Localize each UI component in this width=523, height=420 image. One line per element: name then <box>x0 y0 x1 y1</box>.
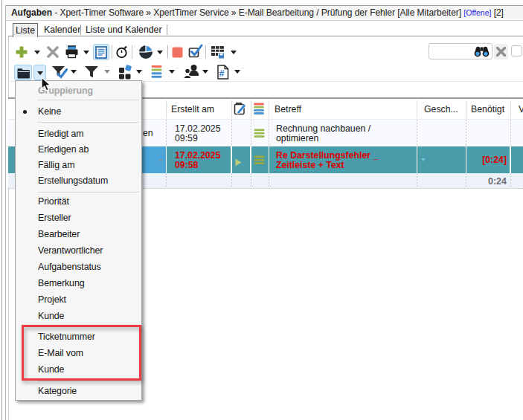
add-task-dropdown-arrow[interactable] <box>34 51 40 54</box>
filter-active-dropdown-arrow[interactable] <box>71 70 77 74</box>
toolbar-separator <box>132 45 132 59</box>
title-filter-status: [Offene] <box>463 8 491 17</box>
project-cell-fragment: en <box>143 128 153 138</box>
tab-liste-und-kalender[interactable]: Liste und Kalender <box>86 23 162 36</box>
filter-icon <box>84 65 99 79</box>
column-resize-handle[interactable] <box>466 100 466 118</box>
title-path: - Xpert-Timer Software » XpertTimer Serv… <box>52 7 463 18</box>
column-header-note-icon[interactable] <box>234 102 246 119</box>
column-resize-handle[interactable] <box>251 100 251 118</box>
menu-item-keine[interactable]: Keine <box>38 106 61 118</box>
column-resize-handle[interactable] <box>231 100 232 118</box>
window-title-bar: Aufgaben - Xpert-Timer Software » XpertT… <box>6 5 523 21</box>
timer-button[interactable] <box>115 45 129 62</box>
tab-kalender[interactable]: Kalender <box>44 23 80 36</box>
column-resize-handle[interactable] <box>510 100 511 118</box>
ticket-number-button[interactable]: # <box>216 65 229 83</box>
menu-item-erledigt-am[interactable]: Erledigt am <box>38 128 84 140</box>
squares-group-icon <box>118 64 132 80</box>
menu-item-aufgabenstatus[interactable]: Aufgabenstatus <box>38 261 101 274</box>
menu-item-kategorie[interactable]: Kategorie <box>38 385 77 398</box>
tab-separator <box>167 25 167 35</box>
toolbar-separator <box>112 45 112 59</box>
search-option-checkbox[interactable] <box>511 45 522 56</box>
export-grid-button[interactable] <box>211 45 225 62</box>
window-border-left <box>1 0 2 420</box>
menu-item-erstellungsdatum[interactable]: Erstellungsdatum <box>38 175 108 187</box>
filter-dropdown-arrow-disabled[interactable] <box>104 70 110 74</box>
menu-separator <box>37 122 139 123</box>
subject-line2: optimieren <box>276 133 318 143</box>
color-marker-button[interactable] <box>172 47 183 61</box>
subject-line1: Rechnung nachbauen / <box>276 123 370 134</box>
xpert-timer-window: Aufgaben - Xpert-Timer Software » XpertT… <box>0 0 523 420</box>
menu-item-priorit-t[interactable]: Priorität <box>38 196 69 208</box>
task-lines-icon <box>254 128 265 141</box>
column-header-benoetigt[interactable]: Benötigt <box>471 99 514 120</box>
menu-item-f-llig-am[interactable]: Fällig am <box>38 159 74 172</box>
menu-separator <box>37 100 139 100</box>
number-document-icon: # <box>216 65 229 80</box>
print-button[interactable] <box>65 45 79 62</box>
detail-view-toggle-button[interactable] <box>93 44 109 60</box>
active-play-icon <box>235 156 242 169</box>
print-dropdown-arrow[interactable] <box>83 51 89 54</box>
project-cell-selected[interactable] <box>141 146 166 173</box>
categories-dropdown-arrow[interactable] <box>136 70 142 74</box>
filter-button[interactable] <box>84 65 99 82</box>
statistics-button[interactable] <box>138 45 153 62</box>
created-date: 17.02.2025 <box>175 123 221 134</box>
grouping-button[interactable] <box>14 65 32 81</box>
title-module: Aufgaben <box>11 7 52 18</box>
add-task-button[interactable] <box>15 45 28 62</box>
title-count-value: [2] <box>494 7 504 18</box>
column-header-betreff[interactable]: Betreff <box>275 99 364 120</box>
created-time: 09:58 <box>175 160 198 170</box>
tab-liste[interactable]: Liste <box>13 23 38 37</box>
menu-item-kunde[interactable]: Kunde <box>38 310 64 323</box>
cell-dropdown-arrow[interactable] <box>158 159 163 162</box>
subject-line2: Zeitleiste + Text <box>276 160 344 170</box>
column-resize-handle[interactable] <box>269 100 269 118</box>
statistics-dropdown-arrow[interactable] <box>157 51 163 54</box>
column-resize-handle[interactable] <box>166 100 167 118</box>
clear-x-icon <box>496 47 506 56</box>
confirm-edit-button[interactable] <box>188 43 203 62</box>
menu-item-erledigen-ab[interactable]: Erledigen ab <box>38 143 89 156</box>
content-border-left <box>8 36 9 420</box>
grouping-lines-dropdown-arrow[interactable] <box>169 70 175 74</box>
estimated-dropdown-arrow[interactable] <box>421 158 426 161</box>
menu-item-bemerkung[interactable]: Bemerkung <box>38 277 84 290</box>
toolbar-separator <box>205 45 206 59</box>
column-header-lines-icon[interactable] <box>253 103 265 118</box>
menu-item-verantwortlicher[interactable]: Verantwortlicher <box>38 245 103 257</box>
toolbar-separator <box>167 45 168 59</box>
document-list-icon <box>95 46 107 59</box>
column-header-verbleibend[interactable]: V <box>519 99 523 120</box>
delete-task-button[interactable] <box>47 46 59 61</box>
grouping-dropdown-arrow <box>37 71 43 75</box>
stopwatch-icon <box>115 45 129 59</box>
menu-item-ersteller[interactable]: Ersteller <box>38 212 71 224</box>
clear-search-button[interactable] <box>494 44 508 59</box>
users-button[interactable] <box>183 64 199 83</box>
color-square-icon <box>172 47 183 58</box>
panel-border-left <box>5 5 6 420</box>
column-resize-handle[interactable] <box>417 100 417 118</box>
created-date: 17.02.2025 <box>175 150 221 161</box>
plus-icon <box>15 45 28 59</box>
mouse-cursor <box>41 77 52 95</box>
pie-chart-icon <box>138 45 153 59</box>
column-header-geschaetzt[interactable]: Gesch... <box>424 99 469 120</box>
created-time: 09:59 <box>175 133 198 143</box>
tab-separator <box>80 25 81 35</box>
menu-item-projekt[interactable]: Projekt <box>38 294 66 306</box>
svg-text:#: # <box>219 68 224 79</box>
column-header-erstellt-am[interactable]: Erstellt am <box>171 99 231 120</box>
needed-time: [0:24] <box>466 155 507 165</box>
grouping-lines-button[interactable] <box>151 65 162 82</box>
menu-item-bearbeiter[interactable]: Bearbeiter <box>38 228 80 241</box>
export-grid-dropdown-arrow[interactable] <box>231 51 237 54</box>
ticket-number-dropdown-arrow[interactable] <box>234 70 240 74</box>
users-dropdown-arrow[interactable] <box>202 70 208 74</box>
